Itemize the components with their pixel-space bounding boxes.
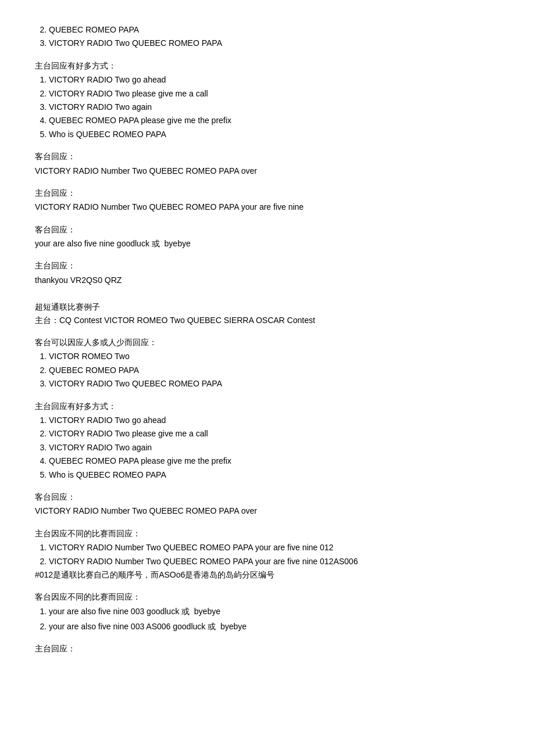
host-different-contest-label: 主台因应不同的比赛而回应： [35,527,500,540]
host-response-final-label: 主台回应： [35,642,500,655]
list-item: VICTORY RADIO Number Two QUEBEC ROMEO PA… [49,555,500,568]
list-item: VICTORY RADIO Two again [49,441,500,454]
initial-list-section: QUEBEC ROMEO PAPA VICTORY RADIO Two QUEB… [35,23,500,50]
client-response-section-3: 客台回应： VICTORY RADIO Number Two QUEBEC RO… [35,490,500,518]
client-different-contest-list: your are also five nine 003 goodluck 或 b… [49,605,500,633]
list-item: VICTORY RADIO Two go ahead [49,73,500,86]
list-item: VICTORY RADIO Two QUEBEC ROMEO PAPA [49,377,500,390]
page-content: QUEBEC ROMEO PAPA VICTORY RADIO Two QUEB… [35,23,500,655]
client-respond-section: 客台可以因应人多或人少而回应： VICTOR ROMEO Two QUEBEC … [35,336,500,390]
list-item: VICTOR ROMEO Two [49,350,500,363]
initial-list: QUEBEC ROMEO PAPA VICTORY RADIO Two QUEB… [49,23,500,50]
list-item: QUEBEC ROMEO PAPA [49,364,500,377]
host-response-content-2: VICTORY RADIO Number Two QUEBEC ROMEO PA… [35,200,500,213]
host-response-label-1: 主台回应有好多方式： [35,59,500,72]
client-response-label-2: 客台回应： [35,223,500,236]
client-different-contest-section: 客台因应不同的比赛而回应： your are also five nine 00… [35,590,500,633]
client-response-content-3: VICTORY RADIO Number Two QUEBEC ROMEO PA… [35,504,500,517]
list-item: your are also five nine 003 AS006 goodlu… [49,620,500,633]
host-response-ways-label: 主台回应有好多方式： [35,400,500,413]
client-different-contest-label: 客台因应不同的比赛而回应： [35,590,500,603]
client-response-section-2: 客台回应： your are also five nine goodluck 或… [35,223,500,250]
list-item: VICTORY RADIO Two please give me a call [49,87,500,100]
contest-section-title: 超短通联比赛例子 主台：CQ Contest VICTOR ROMEO Two … [35,300,500,327]
host-different-contest-section: 主台因应不同的比赛而回应： VICTORY RADIO Number Two Q… [35,527,500,582]
client-response-section-1: 客台回应： VICTORY RADIO Number Two QUEBEC RO… [35,150,500,177]
host-response-ways-list: VICTORY RADIO Two go ahead VICTORY RADIO… [49,414,500,481]
host-response-final-section: 主台回应： [35,642,500,655]
host-response-label-3: 主台回应： [35,259,500,272]
host-response-content-3: thankyou VR2QS0 QRZ [35,274,500,286]
host-different-contest-list: VICTORY RADIO Number Two QUEBEC ROMEO PA… [49,541,500,568]
host-response-section-1: 主台回应有好多方式： VICTORY RADIO Two go ahead VI… [35,59,500,141]
list-item: VICTORY RADIO Two go ahead [49,414,500,427]
list-item: QUEBEC ROMEO PAPA please give me the pre… [49,454,500,467]
host-response-section-2: 主台回应： VICTORY RADIO Number Two QUEBEC RO… [35,187,500,214]
host-contest-call: 主台：CQ Contest VICTOR ROMEO Two QUEBEC SI… [35,314,500,327]
host-response-ways-section: 主台回应有好多方式： VICTORY RADIO Two go ahead VI… [35,400,500,481]
list-item: QUEBEC ROMEO PAPA [49,23,500,36]
client-response-content-1: VICTORY RADIO Number Two QUEBEC ROMEO PA… [35,164,500,177]
client-response-content-2: your are also five nine goodluck 或 byeby… [35,237,500,250]
list-item: your are also five nine 003 goodluck 或 b… [49,605,500,618]
client-response-label-3: 客台回应： [35,490,500,503]
host-response-section-3: 主台回应： thankyou VR2QS0 QRZ [35,259,500,286]
client-respond-list: VICTOR ROMEO Two QUEBEC ROMEO PAPA VICTO… [49,350,500,390]
list-item: VICTORY RADIO Two QUEBEC ROMEO PAPA [49,37,500,49]
host-response-label-2: 主台回应： [35,187,500,199]
list-item: VICTORY RADIO Two again [49,101,500,113]
list-item: Who is QUEBEC ROMEO PAPA [49,468,500,481]
client-respond-label: 客台可以因应人多或人少而回应： [35,336,500,349]
list-item: QUEBEC ROMEO PAPA please give me the pre… [49,114,500,127]
note-text: #012是通联比赛自己的顺序号，而ASOo6是香港岛的岛屿分区编号 [35,568,500,581]
host-response-list-1: VICTORY RADIO Two go ahead VICTORY RADIO… [49,73,500,141]
contest-title: 超短通联比赛例子 [35,300,500,313]
client-response-label-1: 客台回应： [35,150,500,163]
list-item: VICTORY RADIO Number Two QUEBEC ROMEO PA… [49,541,500,554]
list-item: Who is QUEBEC ROMEO PAPA [49,128,500,141]
list-item: VICTORY RADIO Two please give me a call [49,427,500,440]
